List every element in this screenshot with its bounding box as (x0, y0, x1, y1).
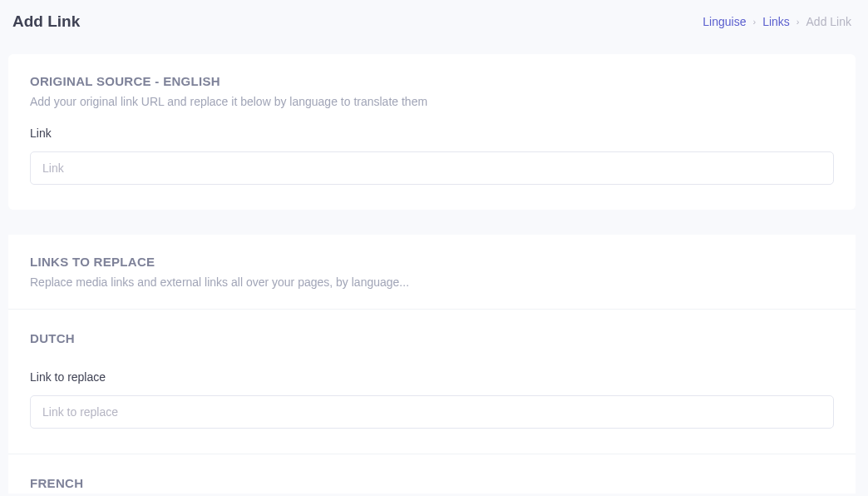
breadcrumb-current: Add Link (806, 15, 851, 28)
breadcrumb-link-linguise[interactable]: Linguise (703, 15, 746, 28)
dutch-link-input[interactable] (30, 395, 834, 429)
card-subtitle: Add your original link URL and replace i… (30, 95, 834, 108)
language-section-french: FRENCH (8, 454, 856, 494)
breadcrumb-link-links[interactable]: Links (762, 15, 790, 28)
breadcrumb: Linguise › Links › Add Link (703, 15, 851, 28)
link-field-label: Link (30, 126, 834, 140)
links-to-replace-card: LINKS TO REPLACE Replace media links and… (8, 235, 856, 494)
chevron-right-icon: › (752, 17, 756, 27)
link-replace-label: Link to replace (30, 370, 834, 384)
chevron-right-icon: › (796, 17, 800, 27)
page-title: Add Link (12, 12, 80, 31)
language-title: DUTCH (30, 331, 834, 345)
language-title: FRENCH (30, 476, 834, 490)
section-title: LINKS TO REPLACE (30, 255, 834, 269)
original-link-input[interactable] (30, 151, 834, 185)
page-header: Add Link Linguise › Links › Add Link (0, 0, 868, 46)
section-header: LINKS TO REPLACE Replace media links and… (8, 235, 856, 310)
card-title: ORIGINAL SOURCE - ENGLISH (30, 74, 834, 88)
original-source-card: ORIGINAL SOURCE - ENGLISH Add your origi… (8, 54, 856, 210)
section-subtitle: Replace media links and external links a… (30, 275, 834, 289)
language-section-dutch: DUTCH Link to replace (8, 310, 856, 454)
